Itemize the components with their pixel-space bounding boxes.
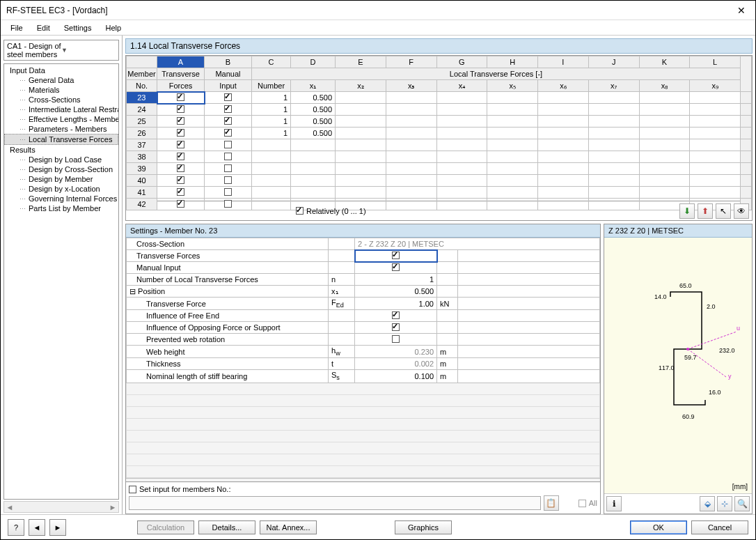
- relatively-checkbox[interactable]: [296, 207, 304, 215]
- settings-table[interactable]: Cross-Section2 - Z 232 Z 20 | METSECTran…: [126, 238, 600, 478]
- close-icon[interactable]: ✕: [733, 5, 750, 16]
- row-header[interactable]: 23: [127, 92, 157, 104]
- ok-button[interactable]: OK: [630, 520, 687, 534]
- row-header[interactable]: 26: [127, 128, 157, 139]
- mi-cell[interactable]: [205, 163, 252, 175]
- row-header[interactable]: 24: [127, 104, 157, 116]
- tf-cell[interactable]: [157, 175, 205, 187]
- cancel-button[interactable]: Cancel: [691, 520, 748, 534]
- num-cell[interactable]: 1: [252, 128, 291, 139]
- num-cell[interactable]: [252, 175, 291, 187]
- members-table[interactable]: ABC DEF GHI JKL MemberTransverseManual L…: [126, 56, 752, 210]
- excel-import-icon[interactable]: ⬆: [698, 203, 713, 219]
- mi-cell[interactable]: [205, 139, 252, 151]
- tf-cell[interactable]: [157, 151, 205, 163]
- tree-design-loadcase[interactable]: Design by Load Case: [4, 155, 118, 164]
- num-cell[interactable]: [252, 163, 291, 175]
- num-cell[interactable]: [252, 187, 291, 199]
- tf-cell[interactable]: [157, 116, 205, 128]
- menu-edit[interactable]: Edit: [31, 22, 56, 33]
- row-header[interactable]: 39: [127, 163, 157, 175]
- x1-cell[interactable]: 0.500: [291, 128, 336, 139]
- mi-cell[interactable]: [205, 116, 252, 128]
- row-header[interactable]: 41: [127, 187, 157, 199]
- num-cell[interactable]: 1: [252, 92, 291, 104]
- view-icon[interactable]: 👁: [734, 203, 749, 219]
- all-checkbox[interactable]: [578, 500, 586, 507]
- row-header[interactable]: 25: [127, 116, 157, 128]
- tree-cross-sections[interactable]: Cross-Sections: [4, 95, 118, 105]
- annex-button[interactable]: Nat. Annex...: [260, 520, 317, 534]
- x1-cell[interactable]: 0.500: [291, 92, 336, 104]
- tf-cell[interactable]: [157, 104, 205, 116]
- tree-general-data[interactable]: General Data: [4, 75, 118, 85]
- mi-cell[interactable]: [205, 128, 252, 139]
- tf-cell[interactable]: [157, 92, 205, 104]
- num-cell[interactable]: [252, 139, 291, 151]
- tf-cell[interactable]: [157, 187, 205, 199]
- pick-icon[interactable]: ↖: [716, 203, 731, 219]
- x1-cell[interactable]: [291, 163, 336, 175]
- window-title: RF-STEEL EC3 - [Vordach]: [6, 6, 733, 15]
- row-header[interactable]: 37: [127, 139, 157, 151]
- tree-design-xlocation[interactable]: Design by x-Location: [4, 184, 118, 194]
- help-icon[interactable]: ?: [8, 519, 24, 536]
- mi-cell[interactable]: [205, 187, 252, 199]
- setting-label: Thickness: [127, 358, 329, 370]
- tree-design-member[interactable]: Design by Member: [4, 174, 118, 184]
- pick-members-icon[interactable]: 📋: [544, 495, 559, 511]
- tf-cell[interactable]: [157, 163, 205, 175]
- x1-cell[interactable]: [291, 175, 336, 187]
- svg-text:y: y: [728, 373, 732, 380]
- tf-cell[interactable]: [157, 128, 205, 139]
- menu-settings[interactable]: Settings: [58, 22, 97, 33]
- tree-hscroll[interactable]: ◄►: [3, 501, 119, 513]
- set-input-field[interactable]: [129, 496, 541, 510]
- info-icon[interactable]: ℹ: [606, 496, 622, 511]
- tree-input-data[interactable]: Input Data: [4, 65, 118, 75]
- tree-parts-list[interactable]: Parts List by Member: [4, 203, 118, 213]
- x1-cell[interactable]: [291, 139, 336, 151]
- mi-cell[interactable]: [205, 92, 252, 104]
- tree-design-crosssection[interactable]: Design by Cross-Section: [4, 164, 118, 174]
- menu-help[interactable]: Help: [100, 22, 127, 33]
- setting-label: Nominal length of stiff bearing: [127, 370, 329, 383]
- x1-cell[interactable]: [291, 187, 336, 199]
- mi-cell[interactable]: [205, 151, 252, 163]
- tf-cell[interactable]: [157, 139, 205, 151]
- setting-label: Cross-Section: [127, 238, 329, 250]
- settings-heading: Settings - Member No. 23: [126, 224, 600, 238]
- x1-cell[interactable]: 0.500: [291, 104, 336, 116]
- next-icon[interactable]: ►: [49, 519, 66, 536]
- svg-text:u: u: [737, 325, 740, 332]
- nav-tree[interactable]: Input Data General Data Materials Cross-…: [3, 63, 119, 500]
- menu-file[interactable]: File: [5, 22, 29, 33]
- row-header[interactable]: 40: [127, 175, 157, 187]
- set-input-checkbox[interactable]: [129, 486, 136, 493]
- num-cell[interactable]: 1: [252, 116, 291, 128]
- tree-intermediate-lateral[interactable]: Intermediate Lateral Restraints: [4, 105, 118, 114]
- num-cell[interactable]: 1: [252, 104, 291, 116]
- row-header[interactable]: 38: [127, 151, 157, 163]
- search-icon[interactable]: 🔍: [734, 496, 750, 511]
- prev-icon[interactable]: ◄: [29, 519, 45, 536]
- tree-effective-lengths[interactable]: Effective Lengths - Members: [4, 114, 118, 124]
- num-cell[interactable]: [252, 151, 291, 163]
- graphics-button[interactable]: Graphics: [395, 520, 452, 534]
- excel-export-icon[interactable]: ⬇: [679, 203, 695, 219]
- tree-governing-forces[interactable]: Governing Internal Forces by Member: [4, 194, 118, 203]
- calculation-button[interactable]: Calculation: [137, 520, 194, 534]
- mi-cell[interactable]: [205, 104, 252, 116]
- case-combo[interactable]: CA1 - Design of steel members ▼: [3, 40, 119, 61]
- setting-label: Manual Input: [127, 262, 329, 274]
- axes-icon[interactable]: ⊹: [717, 496, 732, 511]
- x1-cell[interactable]: [291, 151, 336, 163]
- view3d-icon[interactable]: ⬙: [700, 496, 715, 511]
- tree-local-transverse[interactable]: Local Transverse Forces: [4, 134, 118, 145]
- tree-materials[interactable]: Materials: [4, 85, 118, 95]
- tree-parameters-members[interactable]: Parameters - Members: [4, 124, 118, 134]
- x1-cell[interactable]: 0.500: [291, 116, 336, 128]
- tree-results[interactable]: Results: [4, 145, 118, 155]
- mi-cell[interactable]: [205, 175, 252, 187]
- details-button[interactable]: Details...: [198, 520, 255, 534]
